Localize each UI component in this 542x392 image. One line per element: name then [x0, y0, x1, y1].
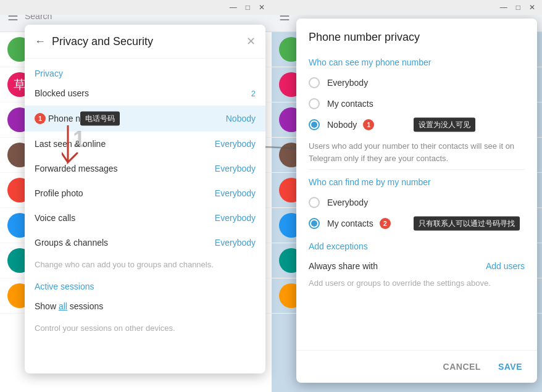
- voice-calls-value: Everybody: [215, 213, 256, 223]
- find-everybody-radio[interactable]: [309, 197, 320, 208]
- close-button[interactable]: ✕: [246, 35, 256, 48]
- close-button-left[interactable]: ✕: [256, 2, 268, 13]
- voice-calls-item[interactable]: Voice calls Everybody: [25, 206, 265, 230]
- see-my-contacts-label: My contacts: [327, 99, 373, 109]
- contacts-annotation-tooltip: 只有联系人可以通过号码寻找: [414, 217, 520, 231]
- dialog-title: Privacy and Security: [52, 35, 246, 48]
- dialog-header: ← Privacy and Security ✕: [25, 25, 265, 59]
- contacts-annotation-badge: 2: [380, 218, 391, 229]
- maximize-button-right[interactable]: □: [513, 2, 523, 13]
- groups-channels-value: Everybody: [215, 238, 256, 248]
- privacy-section-label: Privacy: [25, 64, 265, 81]
- see-nobody-radio[interactable]: [309, 119, 320, 130]
- groups-hint: Change who can add you to groups and cha…: [25, 255, 265, 277]
- privacy-security-dialog: ← Privacy and Security ✕ Privacy Blocked…: [25, 25, 265, 373]
- dialog-footer: CANCEL SAVE: [296, 350, 537, 383]
- window-chrome-right: — □ ✕: [272, 0, 542, 15]
- window-chrome-left: — □ ✕: [0, 0, 272, 15]
- cancel-button[interactable]: CANCEL: [441, 358, 483, 375]
- svg-text:1: 1: [73, 127, 85, 152]
- active-sessions-label: Active sessions: [25, 277, 265, 294]
- exceptions-hint: Add users or groups to override the sett…: [309, 278, 525, 288]
- see-info-text: Users who add your number to their conta…: [309, 140, 525, 170]
- nobody-annotation-badge: 1: [363, 119, 374, 130]
- show-all-sessions-item[interactable]: Show all sessions: [25, 294, 265, 319]
- always-share-label: Always share with: [309, 261, 486, 271]
- profile-photo-item[interactable]: Profile photo Everybody: [25, 181, 265, 206]
- see-everybody-label: Everybody: [327, 78, 368, 88]
- forwarded-messages-value: Everybody: [215, 164, 256, 173]
- add-users-link[interactable]: Add users: [486, 261, 525, 271]
- groups-channels-label: Groups & channels: [35, 238, 215, 248]
- save-button[interactable]: SAVE: [496, 358, 525, 375]
- see-my-contacts-radio[interactable]: [309, 98, 320, 109]
- blocked-users-badge: 2: [251, 89, 256, 98]
- find-everybody-label: Everybody: [327, 198, 368, 207]
- minimize-button-right[interactable]: —: [497, 2, 511, 13]
- sessions-hint: Control your sessions on other devices.: [25, 319, 265, 340]
- who-see-title: Who can see my phone number: [309, 57, 525, 67]
- see-nobody-label: Nobody: [327, 120, 357, 130]
- see-everybody-radio[interactable]: [309, 77, 320, 88]
- phone-privacy-dialog: Phone number privacy Who can see my phon…: [296, 19, 537, 383]
- profile-photo-label: Profile photo: [35, 188, 215, 198]
- profile-photo-value: Everybody: [215, 188, 256, 198]
- show-all-sessions-label: Show all sessions: [35, 301, 256, 311]
- arrow-svg: 1: [62, 125, 99, 175]
- phone-dialog-title: Phone number privacy: [309, 31, 525, 44]
- blocked-users-item[interactable]: Blocked users 2: [25, 81, 265, 106]
- see-everybody-option[interactable]: Everybody: [309, 72, 525, 93]
- see-my-contacts-option[interactable]: My contacts: [309, 93, 525, 114]
- groups-channels-item[interactable]: Groups & channels Everybody: [25, 230, 265, 255]
- dialog-body: Privacy Blocked users 2 1 Phone number 电…: [25, 59, 265, 373]
- always-share-row: Always share with Add users: [309, 256, 525, 276]
- phone-number-value: Nobody: [226, 114, 256, 123]
- phone-dialog-header: Phone number privacy: [296, 19, 537, 50]
- nobody-annotation-tooltip: 设置为没人可见: [414, 118, 475, 132]
- see-nobody-option[interactable]: Nobody 1 设置为没人可见: [309, 114, 525, 135]
- last-seen-item[interactable]: Last seen & online Everybody: [25, 131, 265, 156]
- phone-dialog-body: Who can see my phone number Everybody My…: [296, 50, 537, 350]
- who-find-title: Who can find me by my number: [309, 177, 525, 187]
- last-seen-value: Everybody: [215, 139, 256, 149]
- maximize-button[interactable]: □: [243, 2, 253, 13]
- phone-annotation-badge: 1: [35, 113, 46, 124]
- phone-annotation-tooltip: 电话号码: [80, 112, 120, 126]
- add-exceptions-title: Add exceptions: [309, 241, 525, 251]
- phone-number-item[interactable]: 1 Phone number 电话号码 Nobody: [25, 106, 265, 131]
- minimize-button[interactable]: —: [227, 2, 240, 13]
- find-my-contacts-option[interactable]: My contacts 2 只有联系人可以通过号码寻找: [309, 213, 525, 234]
- close-button-right[interactable]: ✕: [526, 2, 538, 13]
- find-everybody-option[interactable]: Everybody: [309, 192, 525, 213]
- blocked-users-label: Blocked users: [35, 88, 251, 98]
- find-my-contacts-label: My contacts: [327, 219, 373, 228]
- back-button[interactable]: ←: [35, 35, 46, 48]
- find-my-contacts-radio[interactable]: [309, 218, 320, 229]
- forwarded-messages-item[interactable]: Forwarded messages Everybody: [25, 156, 265, 181]
- voice-calls-label: Voice calls: [35, 213, 215, 223]
